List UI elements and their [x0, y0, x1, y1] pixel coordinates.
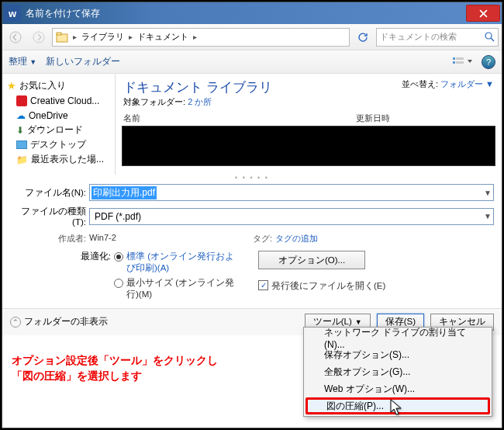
sidebar-item[interactable]: ☁OneDrive — [2, 108, 115, 123]
optimize-label: 最適化: — [72, 251, 111, 262]
search-input[interactable]: ドキュメントの検索 — [376, 28, 499, 47]
col-name[interactable]: 名前 — [123, 113, 356, 124]
library-subtitle: 対象フォルダー: 2 か所 — [123, 96, 494, 108]
menu-item-general-options[interactable]: 全般オプション(G)... — [306, 363, 490, 380]
col-date[interactable]: 更新日時 — [356, 113, 390, 124]
organize-menu[interactable]: 整理 ▼ — [9, 55, 36, 68]
onedrive-icon: ☁ — [16, 110, 26, 121]
close-icon — [479, 9, 488, 18]
radio-standard-label[interactable]: 標準 (オンライン発行および印刷)(A) — [126, 251, 235, 274]
dropdown-icon[interactable]: ▼ — [484, 189, 492, 197]
sidebar-item[interactable]: Creative Cloud... — [2, 93, 115, 108]
breadcrumb-part[interactable]: ライブラリ — [78, 29, 127, 46]
creative-cloud-icon — [16, 95, 27, 106]
new-folder-button[interactable]: 新しいフォルダー — [46, 55, 120, 68]
svg-point-1 — [33, 32, 44, 43]
svg-rect-5 — [453, 57, 455, 60]
library-locations-link[interactable]: 2 か所 — [188, 97, 212, 106]
sort-link[interactable]: フォルダー ▼ — [440, 79, 494, 88]
filetype-value: PDF (*.pdf) — [91, 211, 144, 222]
help-button[interactable]: ? — [482, 55, 495, 69]
tags-label: タグ: — [244, 233, 275, 244]
svg-rect-3 — [57, 33, 61, 35]
main-panel: ドキュメント ライブラリ 対象フォルダー: 2 か所 並べ替え: フォルダー ▼… — [115, 74, 502, 175]
desktop-icon — [16, 140, 27, 149]
filetype-label: ファイルの種類(T): — [10, 206, 89, 227]
folder-icon — [54, 29, 70, 45]
view-menu-icon[interactable] — [452, 56, 472, 68]
chevron-right-icon: ▸ — [127, 33, 134, 41]
svg-point-0 — [10, 32, 21, 43]
body: ★お気に入り Creative Cloud... ☁OneDrive ⬇ダウンロ… — [2, 74, 502, 175]
filetype-select[interactable]: PDF (*.pdf) ▼ — [89, 208, 494, 225]
filename-input[interactable]: 印刷出力用.pdf ▼ — [89, 184, 494, 201]
refresh-button[interactable] — [353, 27, 373, 47]
menu-item-web-options[interactable]: Web オプション(W)... — [306, 380, 490, 397]
author-value[interactable]: Win7-2 — [89, 233, 244, 244]
svg-point-4 — [485, 33, 492, 39]
download-icon: ⬇ — [16, 125, 24, 136]
app-icon: w — [4, 5, 21, 22]
titlebar: w 名前を付けて保存 — [2, 2, 502, 24]
menu-item-network-drive[interactable]: ネットワーク ドライブの割り当て(N)... — [306, 329, 490, 346]
optimize-area: 最適化: 標準 (オンライン発行および印刷)(A) 最小サイズ (オンライン発行… — [2, 251, 502, 308]
nav-row: ▸ ライブラリ ▸ ドキュメント ▸ ドキュメントの検索 — [2, 24, 502, 50]
hide-folders-toggle[interactable]: ⌃ フォルダーの非表示 — [10, 315, 108, 328]
breadcrumb-part[interactable]: ドキュメント — [134, 29, 192, 46]
open-after-checkbox[interactable]: ✓ — [258, 280, 268, 290]
sidebar-item[interactable]: デスクトップ — [2, 137, 115, 152]
menu-item-compress-pictures[interactable]: 図の圧縮(P)... — [306, 397, 490, 414]
radio-minimum[interactable] — [114, 279, 123, 288]
filename-label: ファイル名(N): — [10, 187, 89, 199]
window-title: 名前を付けて保存 — [26, 7, 466, 20]
splitter[interactable]: • • • • • — [2, 175, 502, 181]
back-button[interactable] — [5, 27, 26, 47]
form-area: ファイル名(N): 印刷出力用.pdf ▼ ファイルの種類(T): PDF (*… — [2, 181, 502, 251]
options-button[interactable]: オプション(O)... — [258, 251, 365, 269]
svg-rect-7 — [453, 61, 455, 64]
dropdown-icon[interactable]: ▼ — [484, 212, 492, 220]
sidebar-favorites[interactable]: ★お気に入り — [2, 78, 115, 93]
close-button[interactable] — [466, 5, 500, 22]
chevron-right-icon: ▸ — [71, 33, 78, 41]
file-list[interactable] — [122, 126, 495, 166]
radio-minimum-label[interactable]: 最小サイズ (オンライン発行)(M) — [126, 277, 235, 300]
sidebar-item[interactable]: 📁最近表示した場... — [2, 152, 115, 167]
svg-rect-8 — [456, 61, 464, 64]
chevron-right-icon: ▸ — [192, 33, 198, 41]
sidebar: ★お気に入り Creative Cloud... ☁OneDrive ⬇ダウンロ… — [2, 74, 115, 175]
recent-icon: 📁 — [16, 154, 28, 165]
sort-controls: 並べ替え: フォルダー ▼ — [402, 78, 494, 90]
forward-button[interactable] — [29, 27, 49, 47]
filename-value: 印刷出力用.pdf — [91, 186, 157, 199]
open-after-label[interactable]: 発行後にファイルを開く(E) — [271, 280, 385, 292]
star-icon: ★ — [7, 80, 16, 92]
author-label: 作成者: — [10, 233, 89, 244]
chevron-up-icon: ⌃ — [10, 317, 21, 328]
column-headers: 名前 更新日時 — [116, 109, 502, 126]
search-icon — [485, 32, 495, 42]
search-placeholder: ドキュメントの検索 — [380, 31, 457, 43]
dropdown-icon: ▼ — [355, 318, 362, 326]
svg-rect-6 — [456, 57, 464, 60]
tools-dropdown-menu: ネットワーク ドライブの割り当て(N)... 保存オプション(S)... 全般オ… — [303, 327, 492, 417]
sidebar-item[interactable]: ⬇ダウンロード — [2, 123, 115, 137]
toolbar: 整理 ▼ 新しいフォルダー ? — [2, 50, 502, 74]
breadcrumb[interactable]: ▸ ライブラリ ▸ ドキュメント ▸ — [52, 28, 350, 47]
annotation-text: オプション設定後「ツール」をクリックし 「図の圧縮」を選択します — [12, 353, 218, 385]
radio-standard[interactable] — [114, 252, 123, 262]
tags-link[interactable]: タグの追加 — [275, 233, 318, 244]
